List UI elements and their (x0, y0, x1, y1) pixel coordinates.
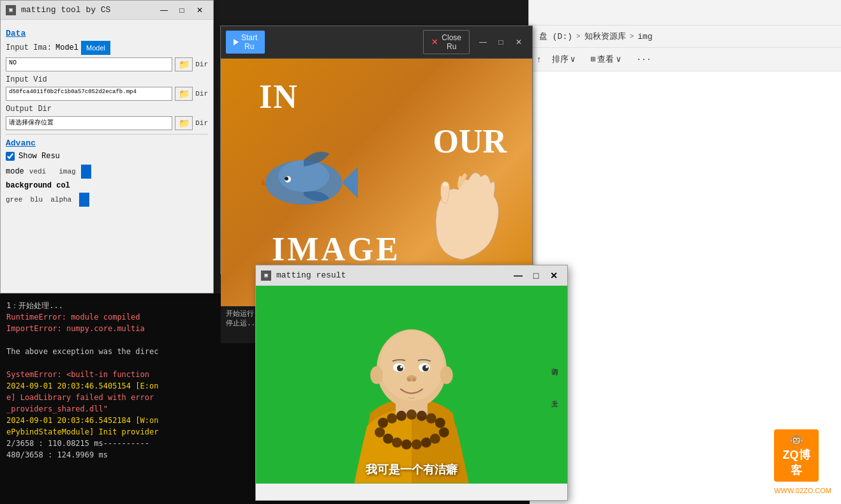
background-color-label: background col (6, 181, 70, 190)
svg-point-4 (443, 182, 448, 186)
view-icon: ⊞ (591, 54, 596, 64)
output-dir-label: Output Dir (6, 105, 52, 114)
bg-color-row: background col (6, 181, 208, 190)
play-icon (234, 39, 239, 45)
color-options: gree blu alpha (6, 196, 71, 204)
zq-monkey-icon: 🐵 (789, 434, 803, 447)
title-controls: — □ ✕ (156, 3, 208, 17)
divider (6, 134, 208, 135)
video-dir-label: Dir (195, 90, 208, 98)
svg-point-3 (285, 177, 288, 181)
color-blue: blu (30, 196, 43, 204)
monk-svg: 我可是一个有洁癖 请勿 上升 (256, 286, 567, 484)
result-titlebar: ▣ matting result — □ ✕ (256, 265, 567, 286)
tool-window: ▣ matting tool by CS — □ ✕ Data Input Im… (0, 0, 214, 293)
svg-text:我可是一个有洁癖: 我可是一个有洁癖 (365, 463, 458, 476)
stop-run-label: Close Ru (442, 33, 461, 51)
view-button[interactable]: ⊞ 查看 ∨ (586, 52, 627, 67)
svg-point-7 (380, 330, 443, 401)
svg-point-24 (426, 413, 436, 424)
svg-point-26 (375, 427, 385, 438)
result-maximize-button[interactable]: □ (528, 269, 544, 283)
zq-logo-container: 🐵 ZQ博客 WWW.02ZO.COM (774, 487, 831, 494)
view-label: 查看 (597, 54, 614, 65)
input-image-label: Input Ima: (6, 43, 52, 52)
more-button[interactable]: ··· (631, 53, 656, 66)
show-result-row: Show Resu (6, 152, 208, 161)
show-result-label: Show Resu (19, 152, 60, 161)
input-video-field[interactable]: d50fca4011f0b2fc1b0a57c052d2ecafb.mp4 (6, 87, 172, 101)
show-result-checkbox[interactable] (6, 152, 15, 161)
zq-logo: 🐵 ZQ博客 (774, 429, 819, 482)
model-button[interactable]: Model (81, 41, 110, 55)
output-dir-field[interactable]: 请选择保存位置 (6, 116, 172, 130)
mode-toggle[interactable] (81, 165, 91, 179)
mode-options: vedi imag (29, 168, 76, 175)
sort-up-icon: ↑ (537, 55, 542, 64)
breadcrumb: 盘 (D:) > 知秋资源库 > img (529, 26, 841, 48)
tool-content: Data Input Ima: Model Model NO 📁 Dir Inp… (1, 20, 213, 214)
svg-point-25 (435, 418, 445, 428)
art-text-in: IN (259, 78, 299, 115)
svg-point-15 (426, 366, 428, 368)
stop-run-button[interactable]: ✕ Close Ru (423, 30, 470, 54)
advanced-section-label: Advanc (6, 138, 208, 148)
svg-point-20 (387, 413, 397, 424)
svg-point-12 (397, 365, 403, 371)
runner-window: Start Ru ✕ Close Ru — □ ✕ IN OUR IMAGE (220, 26, 533, 274)
mode-label: mode (6, 167, 24, 176)
input-video-dir-button[interactable]: 📁 (175, 87, 193, 101)
tool-window-icon: ▣ (6, 5, 16, 15)
runner-maximize-button[interactable]: □ (493, 35, 509, 49)
color-alpha: alpha (50, 196, 71, 204)
breadcrumb-folder2[interactable]: img (637, 32, 652, 41)
result-window-icon: ▣ (261, 271, 271, 281)
sort-chevron-icon: ∨ (570, 54, 576, 64)
runner-minimize-button[interactable]: — (475, 35, 491, 49)
input-image-row: Input Ima: Model Model (6, 41, 208, 55)
result-window: ▣ matting result — □ ✕ (255, 265, 568, 501)
result-window-title: matting result (276, 271, 346, 280)
svg-point-19 (378, 418, 388, 428)
svg-point-9 (370, 366, 383, 384)
minimize-button[interactable]: — (156, 3, 172, 17)
breadcrumb-sep1: > (576, 33, 581, 40)
close-button[interactable]: ✕ (191, 3, 208, 17)
start-run-button[interactable]: Start Ru (226, 31, 265, 54)
art-text-our: OUR (433, 122, 507, 160)
sort-button[interactable]: 排序 ∨ (547, 52, 581, 67)
output-dir-path-row: 请选择保存位置 📁 Dir (6, 116, 208, 130)
runner-close-button[interactable]: ✕ (510, 35, 527, 49)
breadcrumb-drive[interactable]: 盘 (D:) (539, 31, 572, 42)
svg-point-29 (401, 440, 412, 450)
tool-window-title: matting tool by CS (21, 5, 110, 15)
svg-text:请勿: 请勿 (551, 368, 558, 376)
color-toggle[interactable] (79, 193, 89, 207)
more-icon: ··· (636, 55, 651, 64)
mode-option-image: imag (59, 168, 75, 175)
svg-point-30 (412, 440, 422, 450)
model-select: Model Model (56, 41, 110, 55)
svg-point-17 (407, 378, 411, 382)
input-image-field[interactable]: NO (6, 57, 172, 71)
svg-point-8 (440, 366, 453, 384)
maximize-button[interactable]: □ (174, 3, 190, 17)
fish-illustration (246, 125, 361, 240)
output-dir-label2: Dir (195, 119, 208, 127)
input-video-row: Input Vid (6, 75, 208, 84)
data-section-label: Data (6, 29, 208, 38)
stop-icon: ✕ (431, 38, 438, 47)
input-image-dir-button[interactable]: 📁 (175, 57, 193, 71)
result-minimize-button[interactable]: — (510, 269, 526, 283)
svg-point-28 (392, 438, 402, 448)
output-dir-dir-button[interactable]: 📁 (175, 116, 193, 130)
svg-point-22 (406, 410, 417, 420)
mode-row: mode vedi imag (6, 165, 208, 179)
mode-option-video: vedi (29, 168, 46, 175)
result-close-button[interactable]: ✕ (546, 269, 562, 283)
sort-label: 排序 (552, 54, 569, 65)
runner-toolbar: Start Ru ✕ Close Ru — □ ✕ (221, 26, 532, 59)
svg-point-32 (430, 434, 440, 444)
svg-point-13 (422, 365, 429, 371)
breadcrumb-folder1[interactable]: 知秋资源库 (584, 31, 626, 42)
